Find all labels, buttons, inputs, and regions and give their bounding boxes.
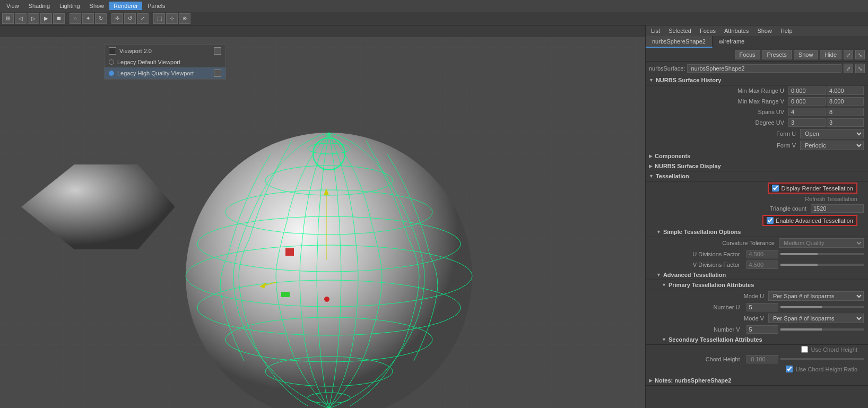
chord-height-row: Chord Height [646, 354, 868, 364]
attr-input-min-max-u-1[interactable] [788, 86, 826, 95]
section-components[interactable]: ▶ Components [646, 151, 868, 161]
tab-nurbssphereShape2[interactable]: nurbsSphereShape2 [646, 36, 713, 48]
hide-button[interactable]: Hide [820, 50, 841, 59]
curvature-tolerance-label: Curvature Tolerance [656, 240, 779, 246]
attr-input-degree-uv-1[interactable] [788, 118, 826, 127]
toolbar-btn-10[interactable]: ⊗ [179, 13, 190, 24]
toolbar-btn-move[interactable]: ✛ [111, 13, 123, 24]
v-divisions-track[interactable] [780, 264, 864, 266]
panel-nav-list[interactable]: List [648, 27, 663, 35]
chord-height-input[interactable] [747, 355, 778, 363]
menu-renderer[interactable]: Renderer [109, 2, 142, 10]
viewport-option-viewport2[interactable]: Viewport 2.0 [105, 45, 225, 57]
panel-nav-show[interactable]: Show [754, 27, 775, 35]
toolbar-btn-select[interactable]: ⬚ [153, 13, 165, 24]
mode-u-select[interactable]: Per Span # of Isoparms [768, 291, 864, 301]
attr-form-v: Form V Periodic [646, 140, 868, 151]
number-u-track[interactable] [780, 306, 864, 308]
toolbar-btn-9[interactable]: ⊹ [166, 13, 178, 24]
viewport-checkbox-viewport2[interactable] [109, 47, 116, 55]
toolbar-btn-6[interactable]: ⌂ [70, 13, 81, 24]
curvature-tolerance-select[interactable]: Medium Quality [779, 238, 864, 248]
focus-button[interactable]: Focus [735, 50, 760, 59]
section-nurbs-display[interactable]: ▶ NURBS Surface Display [646, 161, 868, 171]
number-v-input[interactable] [747, 325, 778, 334]
mode-v-row: Mode V Per Span # of Isoparms [646, 312, 868, 324]
presets-button[interactable]: Presets [762, 50, 792, 59]
number-v-track[interactable] [780, 328, 864, 331]
display-render-tess-checkbox[interactable] [772, 185, 779, 192]
nurbssurface-collapse-icon[interactable]: ⤡ [855, 64, 865, 73]
viewport-expand-1[interactable] [214, 47, 221, 55]
attr-spans-uv: Spans UV [646, 107, 868, 117]
section-nurbs-history-content: Min Max Range U Min Max Range V Spans UV [646, 85, 868, 151]
mode-v-value: Per Span # of Isoparms [768, 314, 864, 323]
attr-select-form-v[interactable]: Periodic [800, 141, 864, 150]
attr-input-spans-uv-1[interactable] [788, 108, 826, 116]
nurbssurface-input[interactable] [687, 64, 841, 73]
enable-advanced-tess-box: Enable Advanced Tessellation [762, 215, 857, 226]
section-secondary-tess-content: Use Chord Height Chord Height Use Chord … [646, 345, 868, 374]
menu-shading[interactable]: Shading [24, 2, 54, 10]
panel-nav-focus[interactable]: Focus [697, 27, 719, 35]
v-divisions-input[interactable] [747, 261, 778, 269]
panel-nav-selected[interactable]: Selected [665, 27, 695, 35]
section-advanced-tess[interactable]: ▼ Advanced Tessellation [646, 270, 868, 280]
viewport-radio-legacy-default[interactable] [109, 59, 114, 65]
show-button[interactable]: Show [794, 50, 818, 59]
viewport-radio-legacy-hq[interactable] [109, 71, 114, 76]
section-secondary-tess[interactable]: ▼ Secondary Tessellation Attributes [646, 335, 868, 345]
section-notes[interactable]: ▶ Notes: nurbsSphereShape2 [646, 376, 868, 386]
section-triangle-nurbs-history: ▼ [649, 77, 654, 83]
mode-v-select[interactable]: Per Span # of Isoparms [768, 314, 864, 323]
panel-nav-help[interactable]: Help [777, 27, 796, 35]
use-chord-height-checkbox[interactable] [801, 346, 808, 353]
toolbar-btn-3[interactable]: ▷ [28, 13, 39, 24]
sphere-fill [186, 133, 472, 408]
number-u-input[interactable] [747, 303, 778, 311]
panel-nav-attributes[interactable]: Attributes [721, 27, 752, 35]
expand-icon[interactable]: ⤢ [844, 50, 853, 59]
attr-input-min-max-u-2[interactable] [827, 86, 864, 95]
section-simple-tess[interactable]: ▼ Simple Tessellation Options [646, 227, 868, 237]
attr-select-form-u[interactable]: Open [800, 129, 864, 138]
toolbar-btn-rotate[interactable]: ↺ [124, 13, 136, 24]
use-chord-height-ratio-checkbox[interactable] [786, 366, 793, 372]
tab-wireframe[interactable]: wireframe [713, 36, 751, 48]
u-divisions-track[interactable] [780, 253, 864, 255]
toolbar-btn-scale[interactable]: ⤢ [137, 13, 149, 24]
toolbar-btn-5[interactable]: ⏹ [53, 13, 65, 24]
attr-input-min-max-v-1[interactable] [788, 97, 826, 106]
viewport-expand-3[interactable] [214, 70, 221, 77]
attr-input-min-max-v-2[interactable] [827, 97, 864, 106]
toolbar-btn-4[interactable]: ▶ [40, 13, 52, 24]
u-divisions-input[interactable] [747, 250, 778, 258]
triangle-count-label: Triangle count [656, 205, 811, 212]
refresh-tess-row[interactable]: Refresh Tessellation [646, 195, 868, 203]
chord-height-track[interactable] [780, 358, 864, 360]
viewport-area[interactable]: Viewport 2.0 Legacy Default Viewport Leg… [0, 25, 645, 408]
u-divisions-row: U Divisions Factor [646, 249, 868, 259]
menu-panels[interactable]: Panels [143, 2, 170, 10]
attr-value-degree-uv [788, 118, 864, 127]
menu-view[interactable]: View [2, 2, 23, 10]
toolbar-btn-8[interactable]: ↻ [95, 13, 107, 24]
triangle-count-input[interactable] [811, 204, 864, 213]
viewport-option-legacy-hq[interactable]: Legacy High Quality Viewport [105, 67, 225, 79]
toolbar-btn-2[interactable]: ◁ [15, 13, 27, 24]
menu-lighting[interactable]: Lighting [55, 2, 84, 10]
enable-advanced-tess-checkbox[interactable] [767, 217, 774, 224]
section-nurbs-history[interactable]: ▼ NURBS Surface History [646, 75, 868, 85]
panel-attrs[interactable]: ▼ NURBS Surface History Min Max Range U … [646, 75, 868, 408]
toolbar-btn-7[interactable]: ✦ [82, 13, 94, 24]
collapse-icon[interactable]: ⤡ [855, 50, 865, 59]
section-tessellation[interactable]: ▼ Tessellation [646, 171, 868, 181]
viewport-option-legacy-default[interactable]: Legacy Default Viewport [105, 57, 225, 67]
attr-input-spans-uv-2[interactable] [827, 108, 864, 116]
section-primary-tess[interactable]: ▼ Primary Tessellation Attributes [646, 280, 868, 290]
triangle-count-value [811, 204, 864, 213]
nurbssurface-expand-icon[interactable]: ⤢ [844, 64, 853, 73]
menu-show[interactable]: Show [85, 2, 109, 10]
toolbar-btn-1[interactable]: ⊞ [2, 13, 14, 24]
attr-input-degree-uv-2[interactable] [827, 118, 864, 127]
